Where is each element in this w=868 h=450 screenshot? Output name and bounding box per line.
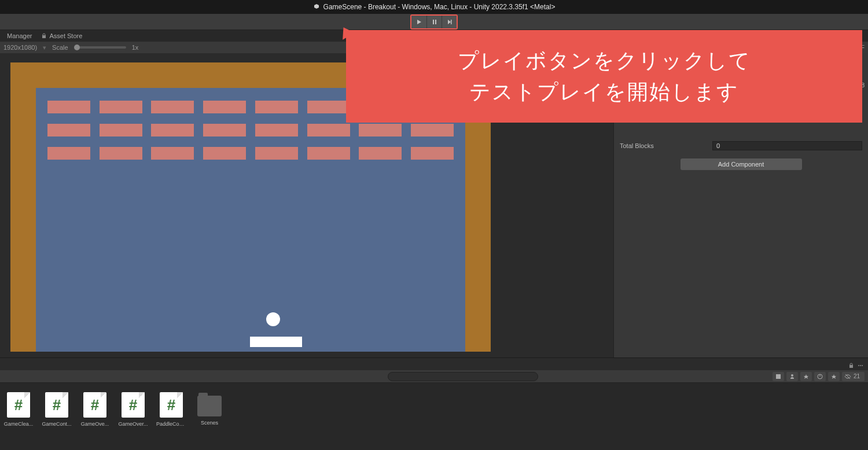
total-blocks-label: Total Blocks — [620, 142, 712, 149]
svg-point-6 — [860, 365, 861, 366]
svg-rect-2 — [451, 20, 452, 24]
svg-rect-3 — [42, 35, 46, 38]
toolbar-btn-favorite[interactable] — [828, 372, 840, 381]
toolbar-btn-1[interactable] — [773, 372, 784, 381]
menu-icon[interactable] — [858, 363, 863, 368]
scale-value: 1x — [132, 44, 139, 51]
project-toolbar: 21 — [0, 370, 868, 383]
tutorial-callout: プレイボタンをクリックして テストプレイを開始します — [346, 30, 862, 123]
project-search-input[interactable] — [388, 372, 538, 381]
tab-asset-store[interactable]: Asset Store — [36, 31, 87, 40]
brick — [255, 124, 298, 137]
brick — [359, 147, 402, 160]
window-titlebar: GameScene - Breakout - Windows, Mac, Lin… — [0, 0, 868, 14]
panel-lock-row — [0, 361, 868, 370]
step-button[interactable] — [442, 16, 457, 28]
csharp-script-icon: # — [7, 392, 30, 418]
asset-label: PaddleCon... — [156, 421, 186, 427]
toolbar-btn-2[interactable] — [786, 372, 798, 381]
resolution-dropdown[interactable]: 1920x1080) — [3, 44, 37, 51]
brick — [255, 147, 298, 160]
asset-label: Scenes — [201, 420, 218, 426]
asset-script-gameover2[interactable]: # GameOver... — [119, 392, 147, 427]
brick — [411, 147, 454, 160]
brick — [100, 124, 142, 137]
callout-line-2: テストプレイを開始します — [363, 76, 845, 108]
lock-icon — [41, 33, 47, 39]
brick — [47, 124, 90, 137]
asset-folder-scenes[interactable]: Scenes — [196, 392, 223, 426]
asset-store-label: Asset Store — [49, 32, 82, 39]
asset-label: GameOve... — [81, 421, 109, 427]
brick — [359, 124, 402, 137]
play-control-bar — [0, 14, 868, 30]
property-total-blocks: Total Blocks 0 — [614, 140, 868, 152]
asset-script-paddlecontroller[interactable]: # PaddleCon... — [157, 392, 185, 427]
brick — [151, 147, 194, 160]
brick — [203, 101, 246, 113]
pause-button[interactable] — [426, 16, 442, 28]
svg-point-11 — [791, 374, 793, 377]
add-component-button[interactable]: Add Component — [681, 158, 802, 170]
assets-grid: # GameClea... # GameCont... # GameOve...… — [0, 383, 868, 450]
brick — [47, 101, 90, 113]
svg-rect-1 — [435, 20, 436, 24]
brick — [411, 124, 454, 137]
brick — [47, 147, 90, 160]
toolbar-btn-4[interactable] — [814, 372, 826, 381]
brick — [307, 124, 350, 137]
window-title: GameScene - Breakout - Windows, Mac, Lin… — [323, 3, 556, 11]
csharp-script-icon: # — [83, 392, 106, 418]
asset-label: GameCont... — [42, 421, 71, 427]
toolbar-btn-3[interactable] — [800, 372, 812, 381]
brick — [151, 101, 194, 113]
asset-label: GameClea... — [4, 421, 34, 427]
brick — [100, 147, 142, 160]
eye-off-icon — [844, 373, 851, 380]
total-blocks-field[interactable]: 0 — [712, 141, 862, 150]
folder-icon — [197, 396, 222, 416]
brick-row-2 — [36, 124, 465, 137]
breakout-ball — [266, 312, 280, 326]
brick — [151, 124, 194, 137]
lock-icon[interactable] — [848, 363, 854, 368]
svg-rect-0 — [433, 20, 434, 24]
svg-point-5 — [858, 365, 859, 366]
hidden-items-toggle[interactable]: 21 — [842, 372, 865, 381]
scale-slider[interactable] — [74, 46, 126, 49]
project-panel: 21 # GameClea... # GameCont... # GameOve… — [0, 370, 868, 450]
csharp-script-icon: # — [45, 392, 68, 418]
brick — [307, 101, 350, 113]
asset-script-gameover[interactable]: # GameOve... — [81, 392, 109, 427]
scale-label: Scale — [52, 44, 68, 51]
tab-manager[interactable]: Manager — [2, 31, 36, 40]
hidden-count: 21 — [851, 373, 862, 379]
asset-label: GameOver... — [118, 421, 148, 427]
brick — [255, 101, 298, 113]
svg-point-7 — [862, 365, 863, 366]
breakout-paddle — [250, 337, 302, 347]
brick — [203, 124, 246, 137]
brick — [203, 147, 246, 160]
brick — [307, 147, 350, 160]
asset-script-gamecontroller[interactable]: # GameCont... — [43, 392, 71, 427]
asset-script-gameclear[interactable]: # GameClea... — [5, 392, 32, 427]
csharp-script-icon: # — [122, 392, 145, 418]
callout-line-1: プレイボタンをクリックして — [363, 45, 845, 76]
unity-logo-icon — [313, 3, 320, 10]
brick-row-3 — [36, 147, 465, 160]
brick — [100, 101, 142, 113]
svg-rect-4 — [849, 365, 853, 368]
play-buttons-group — [410, 14, 458, 29]
csharp-script-icon: # — [160, 392, 183, 418]
play-button[interactable] — [411, 16, 426, 28]
breakout-playfield — [36, 88, 465, 352]
svg-rect-10 — [776, 374, 781, 379]
